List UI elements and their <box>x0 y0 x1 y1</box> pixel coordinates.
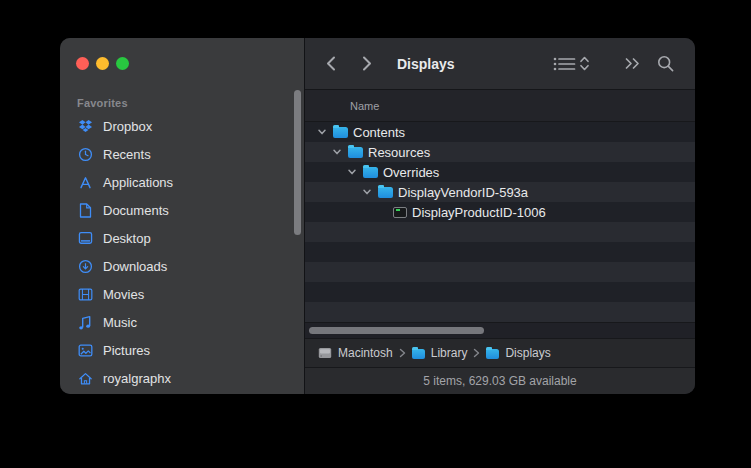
sort-chevrons-icon <box>579 55 590 72</box>
tree-item-label: DisplayProductID-1006 <box>412 205 546 220</box>
path-segment-displays[interactable]: Displays <box>486 346 550 360</box>
clock-icon <box>76 147 94 162</box>
folder-icon <box>412 349 425 359</box>
status-text: 5 items, 629.03 GB available <box>423 374 576 388</box>
sidebar-item-label: Dropbox <box>103 119 152 134</box>
path-segment-library[interactable]: Library <box>412 346 468 360</box>
sidebar-item-royalgraphx[interactable]: royalgraphx <box>60 364 304 392</box>
dropbox-icon <box>76 119 94 133</box>
music-icon <box>76 315 94 330</box>
applications-icon <box>76 175 94 190</box>
list-view-icon <box>553 56 576 72</box>
view-mode-button[interactable] <box>553 55 590 72</box>
sidebar-item-recents[interactable]: Recents <box>60 140 304 168</box>
path-separator-icon <box>473 348 480 358</box>
disclosure-chevron[interactable] <box>331 147 343 157</box>
display-override-file-icon <box>393 207 407 218</box>
sidebar-item-documents[interactable]: Documents <box>60 196 304 224</box>
content-pane: Displays Name ContentsResourcesOverrides… <box>305 38 695 394</box>
search-icon <box>657 55 675 73</box>
sidebar-item-music[interactable]: Music <box>60 308 304 336</box>
folder-icon <box>363 167 378 178</box>
toolbar: Displays <box>305 38 695 90</box>
tree-row[interactable]: Resources <box>305 142 695 162</box>
sidebar-item-label: Documents <box>103 203 169 218</box>
path-separator-icon <box>399 348 406 358</box>
sidebar-item-label: Music <box>103 315 137 330</box>
sidebar-item-dropbox[interactable]: Dropbox <box>60 112 304 140</box>
tree-row[interactable]: DisplayProductID-1006 <box>305 202 695 222</box>
tree-row-empty <box>305 282 695 302</box>
status-bar: 5 items, 629.03 GB available <box>305 367 695 394</box>
tree-item-label: Contents <box>353 125 405 140</box>
sidebar-item-label: Downloads <box>103 259 167 274</box>
disclosure-chevron[interactable] <box>316 127 328 137</box>
file-tree: ContentsResourcesOverridesDisplayVendorI… <box>305 122 695 322</box>
path-segment-label: Library <box>431 346 468 360</box>
more-toolbar-items-button[interactable] <box>624 57 641 70</box>
sidebar-item-movies[interactable]: Movies <box>60 280 304 308</box>
folder-icon <box>348 147 363 158</box>
path-bar: MacintoshLibraryDisplays <box>305 338 695 367</box>
sidebar-item-downloads[interactable]: Downloads <box>60 252 304 280</box>
home-icon <box>76 371 94 386</box>
horizontal-scrollbar-track[interactable] <box>305 322 695 338</box>
tree-row[interactable]: Overrides <box>305 162 695 182</box>
sidebar-item-applications[interactable]: Applications <box>60 168 304 196</box>
double-chevron-icon <box>624 57 641 70</box>
sidebar-section-label: Favorites <box>77 97 304 109</box>
hdd-icon <box>318 347 332 359</box>
forward-button[interactable] <box>361 55 373 72</box>
folder-icon <box>333 127 348 138</box>
tree-row-empty <box>305 222 695 242</box>
window-title: Displays <box>397 56 455 72</box>
column-header-label: Name <box>350 100 379 112</box>
sidebar-item-label: Applications <box>103 175 173 190</box>
close-button[interactable] <box>76 57 89 70</box>
sidebar-scrollbar[interactable] <box>294 90 301 235</box>
disclosure-chevron[interactable] <box>346 167 358 177</box>
minimize-button[interactable] <box>96 57 109 70</box>
tree-item-label: Overrides <box>383 165 439 180</box>
sidebar: Favorites DropboxRecentsApplicationsDocu… <box>60 38 305 394</box>
sidebar-item-label: royalgraphx <box>103 371 171 386</box>
sidebar-item-label: Recents <box>103 147 151 162</box>
tree-row-empty <box>305 242 695 262</box>
sidebar-item-desktop[interactable]: Desktop <box>60 224 304 252</box>
tree-row[interactable]: DisplayVendorID-593a <box>305 182 695 202</box>
traffic-lights <box>76 57 304 70</box>
document-icon <box>76 203 94 218</box>
sidebar-item-label: Movies <box>103 287 144 302</box>
path-segment-label: Macintosh <box>338 346 393 360</box>
movies-icon <box>76 288 94 301</box>
tree-item-label: DisplayVendorID-593a <box>398 185 528 200</box>
horizontal-scrollbar-thumb[interactable] <box>309 327 484 334</box>
search-button[interactable] <box>657 55 675 73</box>
sidebar-item-label: Desktop <box>103 231 151 246</box>
path-segment-label: Displays <box>505 346 550 360</box>
disclosure-chevron[interactable] <box>361 187 373 197</box>
path-segment-macintosh[interactable]: Macintosh <box>318 346 393 360</box>
back-button[interactable] <box>325 55 337 72</box>
desktop-icon <box>76 231 94 245</box>
chevron-left-icon <box>325 55 337 72</box>
downloads-icon <box>76 259 94 274</box>
sidebar-list: DropboxRecentsApplicationsDocumentsDeskt… <box>60 112 304 392</box>
tree-row[interactable]: Contents <box>305 122 695 142</box>
sidebar-item-pictures[interactable]: Pictures <box>60 336 304 364</box>
zoom-button[interactable] <box>116 57 129 70</box>
tree-item-label: Resources <box>368 145 430 160</box>
tree-row-empty <box>305 262 695 282</box>
column-header-name[interactable]: Name <box>305 90 695 122</box>
tree-row-empty <box>305 302 695 322</box>
pictures-icon <box>76 344 94 357</box>
sidebar-item-label: Pictures <box>103 343 150 358</box>
chevron-right-icon <box>361 55 373 72</box>
finder-window: Favorites DropboxRecentsApplicationsDocu… <box>60 38 695 394</box>
folder-icon <box>378 187 393 198</box>
folder-icon <box>486 349 499 359</box>
